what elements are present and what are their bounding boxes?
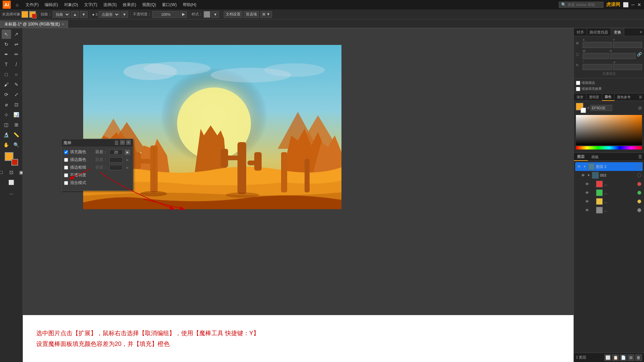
stroke-color-checkbox[interactable] [64, 158, 68, 162]
search-box[interactable]: 🔍 [559, 2, 603, 8]
close-icon[interactable]: ✕ [637, 2, 641, 7]
new-layer-btn[interactable]: 📄 [620, 354, 627, 361]
scale-effects-cb[interactable] [576, 87, 580, 91]
menu-type[interactable]: 文字(T) [82, 1, 100, 8]
doc-setup-btn[interactable]: 文档设置 [224, 11, 243, 18]
brush-arrow-btn[interactable]: ▼ [121, 11, 128, 18]
inside-mode-btn[interactable]: ▣ [17, 168, 23, 177]
color-panel-options-btn[interactable]: ☰ [637, 94, 644, 101]
add-anchor-btn[interactable]: ✏ [12, 50, 21, 59]
layer-vis-btn-gray[interactable]: 👁 [585, 208, 589, 213]
layer-expand-003[interactable]: ▼ [587, 173, 591, 177]
layer-vis-btn-003[interactable]: 👁 [581, 173, 585, 178]
warp-down-btn[interactable]: ▼ [80, 11, 88, 18]
fill-tolerance-arrow-btn[interactable]: ▶ [125, 149, 130, 155]
hue-bar[interactable] [576, 146, 642, 149]
color-tab[interactable]: 颜色 [602, 94, 614, 101]
color-bg-swatch[interactable] [581, 108, 586, 113]
fill-tolerance-input[interactable] [109, 149, 123, 155]
measure-tool-btn[interactable]: 📏 [12, 130, 21, 139]
menu-help[interactable]: 帮助(H) [180, 1, 199, 8]
document-tab[interactable]: 未标题-1* @ 100% (RGB/预览) × [0, 20, 68, 28]
free-transform-btn[interactable]: ⊡ [12, 100, 21, 109]
menu-file[interactable]: 文件(F) [23, 1, 41, 8]
layer-item-red[interactable]: 👁 ... [575, 180, 643, 188]
fill-color-checkbox[interactable] [64, 150, 68, 154]
x-input[interactable] [583, 42, 612, 48]
layer-expand-green[interactable] [591, 191, 595, 195]
opacity-arrow-btn[interactable]: ▶ [180, 11, 187, 18]
h-input[interactable] [610, 53, 636, 59]
right-panel-close-btn[interactable]: × [638, 28, 644, 36]
menu-edit[interactable]: 编辑(E) [42, 1, 61, 8]
menu-window[interactable]: 窗口(W) [159, 1, 179, 8]
minimize-icon[interactable]: ─ [631, 2, 635, 7]
maximize-icon[interactable]: ⬜ [623, 2, 629, 7]
stroke-tolerance-input[interactable] [109, 157, 123, 163]
scale-strokes-cb[interactable] [576, 81, 580, 85]
pen-tool-btn[interactable]: ✒ [2, 50, 11, 59]
align-tab[interactable]: 对齐 [574, 28, 587, 36]
warp-up-btn[interactable]: ▲ [71, 11, 79, 18]
stroke-weight-checkbox[interactable] [64, 166, 68, 170]
layer-vis-btn-yellow[interactable]: 👁 [585, 199, 589, 204]
menu-select[interactable]: 选择(S) [101, 1, 119, 8]
line-tool-btn[interactable]: / [12, 60, 21, 69]
mesh-tool-btn[interactable]: ⊞ [12, 120, 21, 129]
warp-select[interactable]: 扭曲 [53, 11, 70, 18]
layer-vis-btn-red[interactable]: 👁 [585, 182, 589, 186]
zoom-tool-btn[interactable]: 🔍 [12, 140, 21, 149]
angle-input[interactable] [583, 64, 612, 70]
behind-mode-btn[interactable]: ⊡ [7, 168, 16, 177]
new-sublayer-btn[interactable]: 📋 [612, 354, 619, 361]
color-reference-tab[interactable]: 颜色参考 [614, 94, 633, 101]
layer-vis-btn-2[interactable]: 👁 [577, 164, 581, 169]
reflect-tool-btn[interactable]: ⇌ [12, 40, 21, 49]
menu-view[interactable]: 视图(Q) [140, 1, 159, 8]
no-color-icon[interactable]: ⊘ [638, 105, 642, 111]
layer-item-003[interactable]: 👁 ▼ 003 [575, 171, 643, 180]
preferences-btn[interactable]: 首选项 [244, 11, 259, 18]
shear-input[interactable] [613, 64, 642, 70]
layer-item-gray[interactable]: 👁 ... [575, 206, 643, 215]
symbol-tool-btn[interactable]: ⊹ [2, 110, 11, 119]
column-graph-btn[interactable]: 📊 [12, 110, 21, 119]
artboard-tab[interactable]: 画板 [588, 153, 602, 161]
layer-expand-red[interactable] [591, 182, 595, 186]
menu-object[interactable]: 对象(O) [61, 1, 80, 8]
warp2-tool-btn[interactable]: ⌀ [2, 100, 11, 109]
rotate2-tool-btn[interactable]: ⟳ [2, 90, 11, 99]
arrange-btn[interactable]: ⊞ ▼ [260, 11, 272, 18]
make-layer-clip-btn[interactable]: ⬜ [604, 354, 611, 361]
delete-layer-btn[interactable]: 🗑 [635, 354, 642, 361]
tab-close-btn[interactable]: × [62, 22, 64, 26]
selection-tool-btn[interactable]: ↖ [2, 29, 11, 39]
panel-titlebar[interactable]: 魔棒 ☰ ─ × [61, 139, 133, 146]
opacity-checkbox[interactable] [64, 173, 68, 177]
panel-close-btn[interactable]: × [126, 140, 131, 145]
transform-tab[interactable]: 变换 [611, 28, 624, 36]
gradient-tool-btn[interactable]: ◫ [2, 120, 11, 129]
layer-expand-yellow[interactable] [591, 199, 595, 203]
layers-options-btn[interactable]: ☰ [636, 153, 644, 161]
rect-tool-btn[interactable]: □ [2, 70, 11, 79]
lock-aspect-btn[interactable]: 🔗 [637, 52, 642, 57]
opacity-input[interactable] [152, 11, 179, 18]
layer-expand-gray[interactable] [591, 208, 595, 212]
type-tool-btn[interactable]: T [2, 60, 11, 69]
transparency-tab[interactable]: 透明度 [586, 94, 602, 101]
scale-tool-btn[interactable]: ⤢ [12, 90, 21, 99]
ellipse-tool-btn[interactable]: ○ [12, 70, 21, 79]
eyedropper-tool-btn[interactable]: 🔬 [2, 130, 11, 139]
merge-layers-btn[interactable]: ⊞ [628, 354, 634, 361]
layer-item-yellow[interactable]: 👁 ... [575, 197, 643, 206]
hand-tool-btn[interactable]: ✋ [2, 140, 11, 149]
layer-vis-btn-green[interactable]: 👁 [585, 190, 589, 195]
home-icon[interactable]: ⌂ [13, 1, 21, 8]
color-spectrum[interactable] [576, 115, 642, 145]
layers-tab[interactable]: 图层 [574, 153, 588, 161]
more-icon[interactable]: ··· [7, 189, 16, 198]
appearance-tab[interactable]: 渐变 [574, 94, 586, 101]
stroke-weight-input[interactable] [109, 165, 123, 170]
stroke-weight-arrow-btn[interactable]: ▶ [125, 165, 130, 170]
